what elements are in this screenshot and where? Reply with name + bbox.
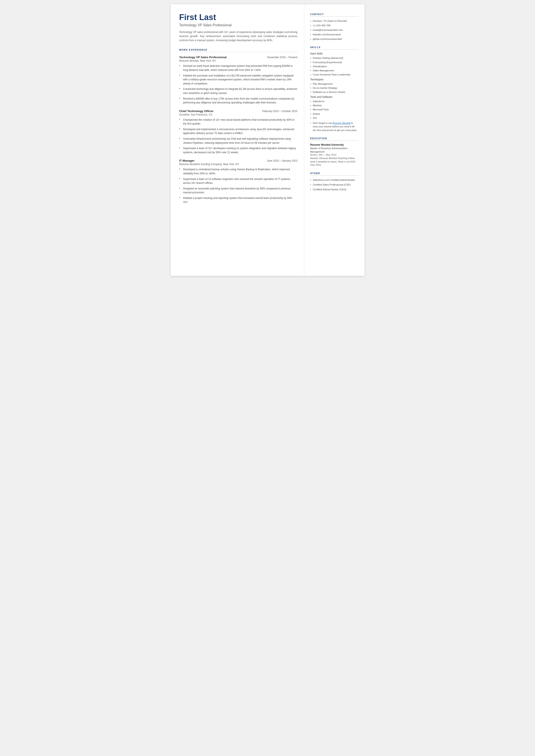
skill-tech-3: Software as a Service (SaaS) — [310, 90, 358, 94]
other-section: OTHER Salesforce.com Certified Administr… — [310, 172, 358, 191]
contact-item-5: github.com/resumeworded — [310, 37, 358, 41]
skill-tech-2: Go-to-market Strategy — [310, 86, 358, 90]
job-dates-1: November 2015 – Present — [267, 56, 297, 59]
skill-tech-1: P&L Management — [310, 82, 358, 86]
other-item-2: Certified Sales Professional (CSP). — [310, 183, 358, 186]
note-prefix: Don't forget to use — [313, 122, 333, 124]
edu-degree-1: Master of Business Administration — [310, 147, 358, 150]
resume-page: First Last Technology VP Sales Professio… — [171, 4, 365, 276]
skills-category-techniques: Techniques: — [310, 78, 358, 81]
contact-section-title: CONTACT — [310, 13, 358, 16]
job-block-3: IT Manager June 2010 – January 2013 Resu… — [179, 159, 297, 204]
job-company-3: Resume Worded's Exciting Company, New Yo… — [179, 163, 297, 166]
job-block-2: Chief Technology Officer February 2013 –… — [179, 109, 297, 154]
job-bullet-1-2: Initiated the purchase and installation … — [179, 74, 297, 86]
header-title: Technology VP Sales Professional — [179, 23, 297, 27]
job-company-2: Growthsi, San Francisco, CA — [179, 113, 297, 116]
job-title-2: Chief Technology Officer — [179, 109, 214, 113]
job-title-1: Technology VP Sales Professional — [179, 56, 227, 59]
job-header-1: Technology VP Sales Professional Novembe… — [179, 56, 297, 59]
skill-hard-2: Forecasting (Experienced) — [310, 61, 358, 64]
skill-hard-5: Cross-functional Team Leadership — [310, 73, 358, 76]
skills-list-techniques: P&L Management Go-to-market Strategy Sof… — [310, 82, 358, 94]
contact-item-1: Houston, TX (Open to Remote) — [310, 19, 358, 23]
contact-list: Houston, TX (Open to Remote) +1-234-456-… — [310, 19, 358, 41]
edu-awards-1: Awards: Resume Worded Teaching Fellow (o… — [310, 157, 358, 167]
job-bullet-3-3: Designed an automatic patching system th… — [179, 187, 297, 195]
skill-tool-2: Marketo — [310, 104, 358, 107]
job-bullets-2: Championed the creation of 13+ new cloud… — [179, 118, 297, 154]
other-item-1: Salesforce.com Certified Administrator. — [310, 178, 358, 182]
skills-section: SKILLS Hard Skills: Solution Selling (Ad… — [310, 46, 358, 132]
job-bullet-2-4: Supervised a team of 32+ developers work… — [179, 146, 297, 154]
skill-hard-1: Solution Selling (Advanced) — [310, 56, 358, 60]
job-header-2: Chief Technology Officer February 2013 –… — [179, 109, 297, 113]
other-section-title: OTHER — [310, 172, 358, 176]
job-bullet-3-1: Developed a centralized backup solution … — [179, 167, 297, 176]
resume-worded-note: Don't forget to use Resume Worded to sca… — [310, 121, 358, 132]
job-dates-2: February 2013 – October 2015 — [262, 110, 297, 113]
skills-category-tools: Tools and Software: — [310, 96, 358, 98]
header-name: First Last — [179, 13, 297, 22]
contact-item-4: linkedin.com/in/username — [310, 33, 358, 36]
skill-tool-4: Asana — [310, 112, 358, 116]
skills-list-hard: Solution Selling (Advanced) Forecasting … — [310, 56, 358, 76]
job-bullet-1-4: Revoked a $400M offer to buy 175K access… — [179, 97, 297, 105]
right-column: CONTACT Houston, TX (Open to Remote) +1-… — [304, 4, 365, 276]
skills-section-title: SKILLS — [310, 46, 358, 49]
other-item-3: Certified Ethical Hacker (CEH). — [310, 188, 358, 191]
job-company-1: Resume Worded, New York, NY — [179, 59, 297, 62]
job-bullet-3-2: Supervised a team of 13 software enginee… — [179, 177, 297, 185]
skill-tool-3: Microsoft Visio — [310, 108, 358, 111]
resume-worded-link[interactable]: Resume Worded — [333, 122, 350, 124]
job-bullet-1-3: Conducted technology due diligence to in… — [179, 87, 297, 95]
skills-list-tools: Salesforce Marketo Microsoft Visio Asana… — [310, 99, 358, 119]
job-bullet-1-1: Devised an early fraud detection managem… — [179, 64, 297, 72]
job-block-1: Technology VP Sales Professional Novembe… — [179, 56, 297, 104]
education-section: EDUCATION Resume Worded University Maste… — [310, 137, 358, 167]
job-header-3: IT Manager June 2010 – January 2013 — [179, 159, 297, 162]
contact-section: CONTACT Houston, TX (Open to Remote) +1-… — [310, 13, 358, 41]
job-bullets-1: Devised an early fraud detection managem… — [179, 64, 297, 104]
job-bullet-2-1: Championed the creation of 13+ new cloud… — [179, 118, 297, 126]
skills-category-hard: Hard Skills: — [310, 52, 358, 55]
header-summary: Technology VP sales professional with 10… — [179, 30, 297, 43]
education-section-title: EDUCATION — [310, 137, 358, 141]
job-dates-3: June 2010 – January 2013 — [267, 159, 297, 162]
work-experience-section-title: WORK EXPERIENCE — [179, 48, 297, 52]
other-list: Salesforce.com Certified Administrator. … — [310, 178, 358, 191]
job-bullets-3: Developed a centralized backup solution … — [179, 167, 297, 204]
edu-location-1: Boston, MA — May 2010 — [310, 154, 358, 156]
job-title-3: IT Manager — [179, 159, 195, 162]
skill-hard-4: Sales Management — [310, 69, 358, 72]
job-bullet-2-3: Automated infrastructure provisioning vi… — [179, 137, 297, 145]
left-column: First Last Technology VP Sales Professio… — [171, 4, 304, 276]
edu-school-1: Resume Worded University — [310, 143, 358, 146]
job-bullet-2-2: Developed and implemented a microservice… — [179, 127, 297, 135]
contact-item-2: +1-234-456-789 — [310, 24, 358, 27]
edu-field-1: Management — [310, 150, 358, 154]
edu-block-1: Resume Worded University Master of Busin… — [310, 143, 358, 167]
skill-tool-1: Salesforce — [310, 99, 358, 103]
job-bullet-3-4: Initiated a project tracking and reporti… — [179, 196, 297, 204]
skill-tool-5: Jira — [310, 116, 358, 120]
contact-item-3: email@resumeworded.com — [310, 28, 358, 32]
skill-hard-3: Virtualization — [310, 65, 358, 68]
